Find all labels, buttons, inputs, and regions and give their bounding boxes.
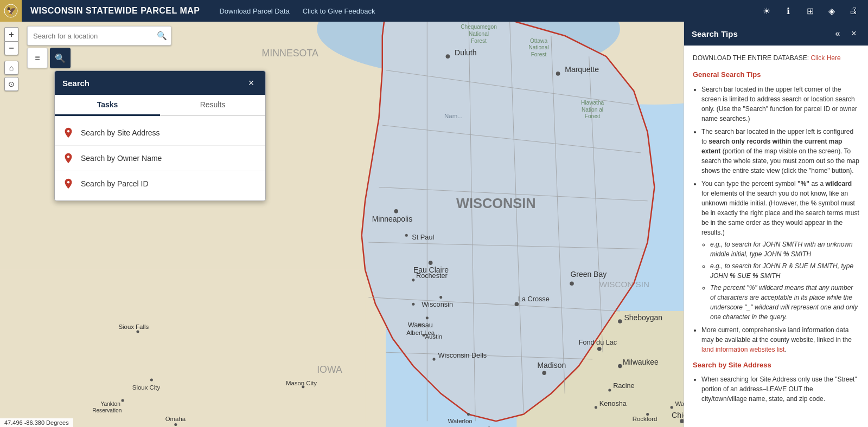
svg-point-35	[597, 347, 602, 351]
svg-point-49	[426, 316, 429, 319]
svg-point-99	[174, 423, 177, 426]
search-items: Search by Site Address Search by Owner N…	[55, 116, 265, 200]
svg-text:National: National	[469, 31, 489, 37]
map-marker-icon-1	[62, 127, 74, 139]
map-marker-icon-2	[62, 152, 74, 164]
search-button[interactable]: 🔍	[152, 27, 171, 45]
svg-point-43	[608, 389, 611, 391]
secondary-toolbar: ≡ 🔍	[27, 48, 71, 68]
grid-icon[interactable]: ⊞	[802, 3, 818, 19]
svg-point-23	[556, 72, 560, 76]
search-tabs: Tasks Results	[55, 95, 265, 116]
svg-text:Yankton: Yankton	[100, 401, 120, 407]
svg-point-92	[136, 331, 139, 333]
map-coordinates: 47.496 -86.380 Degrees	[0, 418, 73, 427]
svg-point-31	[570, 281, 574, 286]
svg-point-96	[121, 399, 124, 402]
svg-text:Mason City: Mason City	[286, 380, 317, 386]
search-tool-button[interactable]: 🔍	[50, 48, 71, 68]
svg-point-78	[467, 413, 470, 416]
print-icon[interactable]: 🖨	[845, 3, 861, 19]
svg-text:Wisconsin Dells: Wisconsin Dells	[438, 352, 487, 359]
svg-text:Green Bay: Green Bay	[570, 270, 607, 279]
tips-section-general-title: General Search Tips	[693, 69, 859, 80]
search-input[interactable]	[28, 27, 152, 45]
nav-download[interactable]: Download Parcel Data	[219, 7, 289, 15]
land-info-link[interactable]: land information websites list	[701, 346, 784, 353]
svg-point-27	[405, 234, 408, 237]
svg-text:Fond du Lac: Fond du Lac	[579, 339, 617, 346]
tips-general-list: Search bar located in the upper left cor…	[693, 85, 859, 354]
svg-point-25	[394, 209, 398, 214]
svg-point-54	[412, 279, 414, 281]
home-button[interactable]: ⌂	[4, 61, 18, 75]
svg-text:Nation al: Nation al	[582, 107, 603, 113]
download-link[interactable]: Click Here	[810, 54, 840, 62]
layers2-icon[interactable]: ◈	[824, 3, 840, 19]
sun-icon[interactable]: ☀	[758, 3, 775, 19]
layers-button[interactable]: ≡	[27, 48, 48, 68]
search-item-parcel-id-label: Search by Parcel ID	[81, 179, 149, 188]
svg-text:Waterloo: Waterloo	[448, 418, 472, 424]
globe-button[interactable]: ⊙	[4, 77, 18, 91]
map-marker-icon-3	[62, 178, 74, 190]
svg-point-39	[542, 371, 546, 375]
svg-text:Chequamegon: Chequamegon	[461, 24, 497, 30]
tips-download: DOWNLOAD THE ENTIRE DATABASE: Click Here	[693, 53, 859, 63]
right-panel-content[interactable]: DOWNLOAD THE ENTIRE DATABASE: Click Here…	[684, 46, 868, 427]
tips-section-address-title: Search by Site Address	[693, 360, 859, 371]
search-tool-icon: 🔍	[55, 53, 66, 63]
svg-text:Sioux Falls: Sioux Falls	[118, 324, 149, 330]
search-panel-title: Search	[62, 79, 90, 88]
svg-text:WISCONSIN: WISCONSIN	[456, 196, 536, 211]
right-panel: Search Tips « × DOWNLOAD THE ENTIRE DATA…	[684, 22, 868, 427]
tip-item-3: You can type the percent symbol "%" as a…	[701, 179, 859, 322]
svg-point-41	[618, 364, 622, 368]
right-panel-close-button[interactable]: ×	[847, 27, 860, 40]
svg-text:Racine: Racine	[613, 382, 635, 390]
svg-point-29	[429, 261, 433, 265]
zoom-controls: + −	[4, 27, 18, 55]
right-panel-title: Search Tips	[692, 29, 738, 38]
zoom-in-button[interactable]: +	[4, 27, 18, 41]
svg-text:IOWA: IOWA	[317, 364, 342, 375]
zoom-out-button[interactable]: −	[4, 41, 18, 55]
svg-point-47	[439, 296, 442, 299]
info-icon[interactable]: ℹ	[780, 3, 796, 19]
tab-results[interactable]: Results	[160, 95, 265, 116]
svg-text:Rockford: Rockford	[633, 416, 658, 422]
tip-item-1: Search bar located in the upper left cor…	[701, 85, 859, 124]
nav-feedback[interactable]: Click to Give Feedback	[303, 7, 375, 15]
svg-text:St Paul: St Paul	[412, 234, 434, 241]
svg-text:Duluth: Duluth	[455, 48, 476, 57]
svg-point-21	[446, 54, 450, 59]
svg-text:Sioux City: Sioux City	[132, 384, 161, 391]
svg-text:Madison: Madison	[537, 361, 566, 370]
search-item-parcel-id[interactable]: Search by Parcel ID	[55, 171, 265, 196]
svg-text:MINNESOTA: MINNESOTA	[262, 48, 318, 59]
svg-text:🦅: 🦅	[7, 7, 16, 16]
tip-item-2: The search bar located in the upper left…	[701, 127, 859, 176]
svg-point-45	[595, 406, 597, 409]
search-item-site-address[interactable]: Search by Site Address	[55, 120, 265, 146]
svg-text:Sheboygan: Sheboygan	[624, 313, 662, 322]
header: 🦅 WISCONSIN STATEWIDE PARCEL MAP Downloa…	[0, 0, 868, 22]
search-panel-close-button[interactable]: ×	[245, 76, 258, 89]
svg-rect-4	[0, 270, 365, 427]
tip-sub-3: The percent "%" wildcard means that any …	[710, 283, 859, 322]
search-panel: Search × Tasks Results Search by Site Ad…	[54, 70, 266, 201]
svg-text:Austin: Austin	[425, 333, 442, 340]
svg-text:La Crosse: La Crosse	[518, 295, 550, 303]
header-nav: Download Parcel Data Click to Give Feedb…	[208, 7, 758, 15]
tip-sub-1: e.g., to search for JOHN SMITH with an u…	[710, 240, 859, 259]
svg-text:Forest: Forest	[531, 51, 547, 57]
tab-tasks[interactable]: Tasks	[55, 95, 160, 116]
search-item-owner-name[interactable]: Search by Owner Name	[55, 146, 265, 171]
right-panel-collapse-button[interactable]: «	[831, 27, 844, 40]
search-bar: 🔍	[27, 26, 171, 46]
tips-sublist: e.g., to search for JOHN SMITH with an u…	[701, 240, 859, 322]
tip-sub-2: e.g., to search for JOHN R & SUE M SMITH…	[710, 261, 859, 281]
svg-text:Milwaukee: Milwaukee	[623, 358, 659, 366]
svg-point-86	[671, 406, 673, 409]
svg-text:National: National	[528, 44, 548, 50]
